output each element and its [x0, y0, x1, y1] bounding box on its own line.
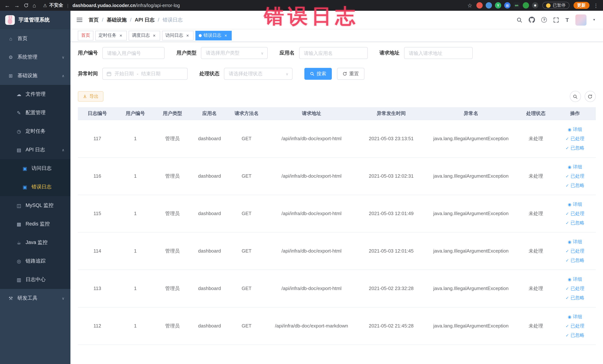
- back-icon[interactable]: ←: [4, 3, 10, 8]
- toggle-search-button[interactable]: [570, 91, 581, 102]
- reload-icon[interactable]: [24, 3, 29, 8]
- extension-on-badge-icon[interactable]: on: [513, 2, 520, 9]
- sidebar-item-dev-tools[interactable]: ⚒研发工具∨: [0, 289, 70, 307]
- tab-job-log[interactable]: 调度日志×: [129, 31, 160, 40]
- breadcrumb-item[interactable]: 首页: [89, 16, 99, 23]
- sidebar-item-cron-job[interactable]: ◷定时任务: [0, 122, 70, 141]
- request-url-input[interactable]: [404, 47, 473, 59]
- sidebar-item-infrastructure[interactable]: ⊞基础设施∧: [0, 66, 70, 85]
- help-icon[interactable]: ?: [542, 17, 547, 23]
- action-ignored[interactable]: ✓已忽略: [566, 144, 584, 152]
- row-actions: ◉详细✓已处理✓已忽略: [556, 237, 594, 264]
- bookmark-star-icon[interactable]: ☆: [467, 3, 472, 8]
- action-ignored[interactable]: ✓已忽略: [566, 181, 584, 189]
- sidebar-item-access-log[interactable]: ▣访问日志: [0, 159, 70, 178]
- app-name-input[interactable]: [299, 47, 368, 59]
- hamburger-icon[interactable]: [76, 17, 83, 23]
- extension-green-tree-icon[interactable]: [523, 2, 529, 9]
- paused-chip[interactable]: 已暂停: [542, 2, 569, 9]
- sidebar-item-log-center[interactable]: ▥日志中心: [0, 270, 70, 289]
- fullscreen-icon[interactable]: [553, 17, 559, 23]
- action-label: 已忽略: [570, 331, 584, 339]
- export-button[interactable]: 导出: [78, 91, 104, 102]
- row-actions-cell: ◉详细✓已处理✓已忽略: [555, 157, 596, 195]
- tab-access-log[interactable]: 访问日志×: [162, 31, 194, 40]
- update-chip[interactable]: 更新: [573, 2, 589, 9]
- refresh-table-button[interactable]: [584, 91, 596, 102]
- extension-blue-drop-icon[interactable]: [486, 2, 492, 9]
- check-icon: ✓: [566, 331, 569, 339]
- extension-red-ball-icon[interactable]: [476, 2, 483, 9]
- home-button-icon[interactable]: ⌂: [33, 3, 36, 8]
- breadcrumb-item[interactable]: 基础设施: [107, 16, 127, 23]
- action-processed[interactable]: ✓已处理: [566, 247, 584, 255]
- exception-time-range-picker[interactable]: 开始日期 - 结束日期: [102, 68, 188, 80]
- action-processed[interactable]: ✓已处理: [566, 322, 584, 330]
- action-ignored[interactable]: ✓已忽略: [566, 294, 584, 302]
- extension-green-y-icon[interactable]: Y: [495, 2, 501, 9]
- action-detail[interactable]: ◉详细: [568, 200, 582, 208]
- action-processed[interactable]: ✓已处理: [566, 172, 584, 180]
- table-cell: 未处理: [517, 270, 555, 307]
- action-detail[interactable]: ◉详细: [568, 275, 582, 283]
- table-cell: 1: [117, 120, 154, 157]
- table-row: 1121管理员dashboardGET/api/infra/db-doc/exp…: [78, 307, 596, 344]
- forward-icon[interactable]: →: [14, 3, 20, 8]
- action-detail[interactable]: ◉详细: [568, 312, 582, 321]
- github-icon[interactable]: [529, 17, 535, 23]
- search-button[interactable]: 搜索: [304, 68, 332, 80]
- action-processed[interactable]: ✓已处理: [566, 284, 584, 293]
- avatar[interactable]: [575, 14, 586, 25]
- action-detail[interactable]: ◉详细: [568, 163, 582, 171]
- browser-menu-icon[interactable]: ⋮: [593, 2, 599, 8]
- action-ignored[interactable]: ✓已忽略: [566, 331, 584, 339]
- action-label: 已忽略: [570, 219, 584, 227]
- action-detail[interactable]: ◉详细: [568, 237, 582, 246]
- extension-blue-grid-icon[interactable]: ⊞: [504, 2, 510, 9]
- reset-button[interactable]: 重置: [337, 68, 364, 80]
- download-icon: [83, 94, 87, 99]
- process-status-select[interactable]: 请选择处理状态 ∨: [224, 68, 292, 80]
- table-cell: 1: [117, 157, 154, 195]
- tab-close-icon[interactable]: ×: [185, 33, 190, 38]
- table-cell: 2021-05-03 12:01:45: [358, 232, 425, 270]
- table-cell: 2021-05-03 12:01:49: [358, 195, 425, 232]
- sidebar-item-api-log[interactable]: ▤API 日志∧: [0, 141, 70, 159]
- action-label: 已忽略: [570, 256, 584, 264]
- action-ignored[interactable]: ✓已忽略: [566, 219, 584, 227]
- sidebar-item-redis-monitor[interactable]: ▩Redis 监控: [0, 215, 70, 233]
- sidebar-item-mysql-monitor[interactable]: ◫MySQL 监控: [0, 196, 70, 215]
- breadcrumb-item[interactable]: API 日志: [135, 16, 155, 23]
- avatar-caret-icon[interactable]: ▼: [593, 18, 596, 22]
- sidebar-item-system-mgmt[interactable]: ⚙系统管理∨: [0, 48, 70, 66]
- filter-label-request-url: 请求地址: [380, 50, 399, 56]
- sidebar-item-java-monitor[interactable]: ☕Java 监控: [0, 233, 70, 252]
- sidebar-item-file-mgmt[interactable]: ☁文件管理: [0, 85, 70, 104]
- address-bar[interactable]: dashboard.yudao.iocoder.cn/infra/log/api…: [72, 3, 180, 8]
- action-detail[interactable]: ◉详细: [568, 125, 582, 133]
- tab-error-log[interactable]: 错误日志×: [195, 31, 232, 40]
- action-processed[interactable]: ✓已处理: [566, 209, 584, 218]
- site-security[interactable]: ⚠ 不安全: [43, 2, 63, 9]
- filter-label-exception-time: 异常时间: [78, 70, 98, 77]
- extension-dark-paw-icon[interactable]: ✱: [532, 2, 538, 9]
- sidebar-item-trace[interactable]: ◎链路追踪: [0, 252, 70, 270]
- action-processed[interactable]: ✓已处理: [566, 134, 584, 143]
- tab-close-icon[interactable]: ×: [152, 33, 157, 38]
- tab-close-icon[interactable]: ×: [118, 33, 123, 38]
- user-id-input[interactable]: [102, 47, 165, 59]
- table-cell: dashboard: [191, 307, 228, 344]
- user-type-select[interactable]: 请选择用户类型 ∨: [201, 47, 268, 59]
- search-icon[interactable]: [517, 17, 522, 23]
- app-logo[interactable]: 芋道管理系统: [0, 11, 70, 29]
- tab-close-icon[interactable]: ×: [223, 33, 228, 38]
- sidebar-item-home[interactable]: ⌂首页: [0, 29, 70, 48]
- sidebar-item-config-mgmt[interactable]: ✎配置管理: [0, 104, 70, 122]
- action-ignored[interactable]: ✓已忽略: [566, 256, 584, 264]
- tab-home[interactable]: 首页: [78, 31, 93, 40]
- tab-cron-job[interactable]: 定时任务×: [95, 31, 127, 40]
- column-header: 处理状态: [517, 107, 555, 120]
- sidebar-item-error-log[interactable]: ▣错误日志: [0, 178, 70, 196]
- font-size-icon[interactable]: T: [566, 17, 569, 23]
- table-cell: 116: [78, 157, 117, 195]
